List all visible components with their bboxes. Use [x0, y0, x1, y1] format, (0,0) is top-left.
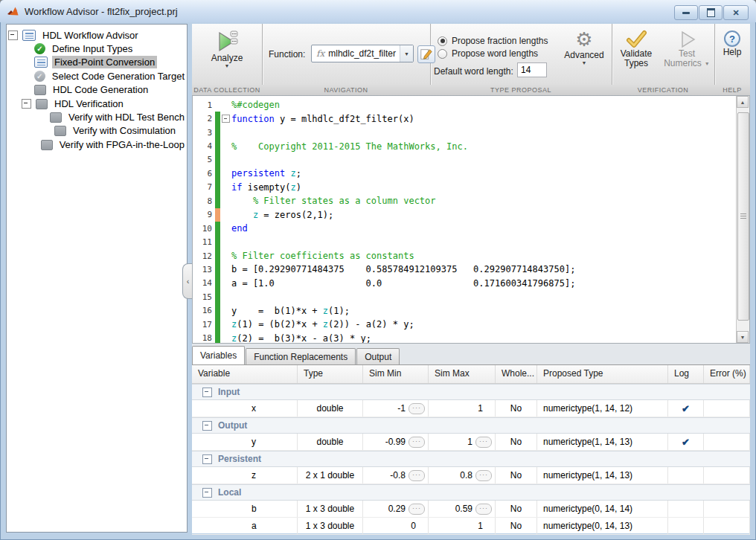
cell-log[interactable]: ✔ [668, 400, 704, 417]
tree-item-verify-with-fpga-in-the-loop[interactable]: Verify with FPGA-in-the-Loop [7, 138, 187, 151]
column-header-whole-[interactable]: Whole... [496, 365, 537, 383]
function-combobox[interactable]: fx mlhdlc_df2t_filter ▼ [311, 45, 414, 62]
help-button[interactable]: ? Help [717, 30, 747, 57]
restore-button[interactable] [699, 5, 723, 20]
minimize-button[interactable] [674, 5, 698, 20]
cell-log[interactable]: ✔ [668, 434, 704, 450]
code-line-1: 1%#codegen [193, 98, 749, 112]
combo-fx-icon: fx [316, 48, 324, 59]
tree-item-verify-with-cosimulation[interactable]: Verify with Cosimulation [7, 124, 187, 138]
column-header-proposed-type[interactable]: Proposed Type [537, 365, 668, 383]
group-collapse-icon[interactable] [202, 388, 212, 397]
edit-function-button[interactable] [417, 45, 435, 63]
code-lines: 1%#codegen2function y = mlhdlc_df2t_filt… [193, 96, 749, 344]
cell-sim-min: -0.99··· [363, 434, 429, 450]
collapse-panel-handle[interactable]: ‹ [182, 263, 193, 299]
column-header-sim-max[interactable]: Sim Max [429, 365, 496, 383]
test-numerics-button[interactable]: Test Numerics ▼ [662, 30, 711, 68]
cell-log[interactable] [668, 467, 704, 483]
cell-proposed-type[interactable]: numerictype(1, 14, 12) [537, 400, 668, 417]
coverage-bar-green [215, 222, 220, 235]
expander-minus-icon[interactable] [8, 30, 18, 40]
coverage-bar-green [215, 194, 220, 208]
group-label: Persistent [218, 454, 261, 464]
group-row-persistent[interactable]: Persistent [192, 451, 750, 467]
cell-log[interactable] [668, 501, 704, 517]
code-editor: 1%#codegen2function y = mlhdlc_df2t_filt… [192, 95, 750, 344]
cell-proposed-type[interactable]: numerictype(0, 14, 13) [537, 518, 668, 534]
scroll-up-button[interactable]: ▲ [737, 96, 749, 108]
cell-log[interactable] [668, 518, 704, 534]
line-number: 15 [193, 292, 212, 302]
group-row-input[interactable]: Input [192, 384, 750, 400]
tree-item-hdl-code-generation[interactable]: HDL Code Generation [7, 83, 187, 97]
tree-item-label: Define Input Types [50, 42, 135, 55]
tab-function-replacements[interactable]: Function Replacements [246, 348, 356, 364]
section-label-verification: VERIFICATION [612, 86, 714, 94]
column-header-log[interactable]: Log [668, 365, 704, 383]
ellipsis-button[interactable]: ··· [475, 437, 492, 448]
expander-minus-icon[interactable] [22, 99, 31, 109]
cell-error-percent [704, 400, 750, 417]
group-collapse-icon[interactable] [202, 421, 212, 431]
ellipsis-button[interactable]: ··· [475, 504, 492, 515]
variable-row-y[interactable]: ydouble-0.99···1···Nonumerictype(1, 14, … [192, 434, 750, 451]
code-line-14: 14a = [1.0 0.0 0.171600341796875]; [193, 277, 749, 290]
column-header-error-[interactable]: Error (%) [704, 365, 750, 383]
tab-variables[interactable]: Variables [192, 346, 245, 364]
tree-item-fixed-point-conversion[interactable]: Fixed-Point Conversion [7, 56, 187, 69]
scroll-down-button[interactable]: ▼ [737, 331, 749, 343]
coverage-bar-green [215, 277, 220, 290]
variable-row-z[interactable]: z2 x 1 double-0.8···0.8···Nonumerictype(… [192, 467, 750, 484]
tree-item-select-code-generation-target[interactable]: ✓Select Code Generation Target [7, 69, 187, 83]
validate-label-line2: Types [624, 58, 648, 68]
cell-proposed-type[interactable]: numerictype(0, 14, 14) [537, 501, 668, 517]
group-row-output[interactable]: Output [192, 417, 750, 434]
fold-minus-icon[interactable] [222, 115, 230, 123]
editor-vertical-scrollbar[interactable]: ▲ ▼ [736, 96, 749, 343]
tree-item-verify-with-hdl-test-bench[interactable]: Verify with HDL Test Bench [7, 110, 187, 123]
variable-row-x[interactable]: xdouble-1···1Nonumerictype(1, 14, 12)✔ [192, 400, 750, 417]
tab-output[interactable]: Output [356, 348, 400, 364]
code-text: end [231, 223, 248, 234]
close-button[interactable]: ✕ [723, 5, 749, 20]
cell-proposed-type[interactable]: numerictype(1, 14, 13) [537, 467, 668, 483]
column-header-sim-min[interactable]: Sim Min [363, 365, 429, 383]
variable-row-a[interactable]: a1 x 3 double01Nonumerictype(0, 14, 13) [192, 518, 750, 535]
tree-square-icon [50, 112, 62, 123]
workflow-advisor-window: Workflow Advisor - flt2fix_project.prj ✕… [0, 0, 756, 540]
ellipsis-button[interactable]: ··· [475, 470, 492, 481]
line-number: 16 [193, 306, 212, 315]
variables-table: VariableTypeSim MinSim MaxWhole...Propos… [192, 364, 750, 533]
tree-item-label: HDL Verification [52, 97, 126, 110]
default-word-length-input[interactable] [517, 62, 547, 77]
ellipsis-button[interactable]: ··· [409, 504, 425, 515]
propose-fraction-radio[interactable]: Propose fraction lengths [438, 36, 548, 46]
column-header-type[interactable]: Type [298, 365, 363, 383]
variable-row-b[interactable]: b1 x 3 double0.29···0.59···Nonumerictype… [192, 501, 750, 518]
tree-item-hdl-verification[interactable]: HDL Verification [7, 97, 187, 110]
propose-word-radio[interactable]: Propose word lengths [438, 48, 538, 59]
line-number: 12 [193, 251, 212, 261]
ellipsis-button[interactable]: ··· [409, 403, 425, 414]
group-collapse-icon[interactable] [202, 488, 212, 498]
column-header-variable[interactable]: Variable [192, 365, 298, 383]
ellipsis-button[interactable]: ··· [409, 470, 425, 481]
tree-item-define-input-types[interactable]: ✓Define Input Types [7, 42, 187, 55]
scrollbar-thumb[interactable] [737, 112, 749, 321]
tree-item-hdl-workflow-advisor[interactable]: HDL Workflow Advisor [7, 28, 187, 42]
window-title: Workflow Advisor - flt2fix_project.prj [25, 6, 178, 17]
group-row-local[interactable]: Local [192, 484, 750, 501]
analyze-button[interactable]: Analyze ▼ [202, 30, 252, 83]
group-label: Input [218, 387, 240, 397]
advanced-button[interactable]: ⚙ Advanced ▼ [561, 28, 607, 83]
cell-proposed-type[interactable]: numerictype(1, 14, 13) [537, 434, 668, 450]
scroll-down-icon: ▼ [740, 335, 746, 340]
combo-dropdown-arrow-icon[interactable]: ▼ [400, 45, 413, 62]
group-collapse-icon[interactable] [202, 454, 212, 464]
section-label-type-proposal: TYPE PROPOSAL [430, 86, 612, 94]
validate-types-button[interactable]: Validate Types [615, 30, 658, 68]
ellipsis-button[interactable]: ··· [409, 437, 425, 448]
default-word-length-label: Default word length: [434, 66, 513, 77]
help-icon: ? [723, 30, 741, 48]
